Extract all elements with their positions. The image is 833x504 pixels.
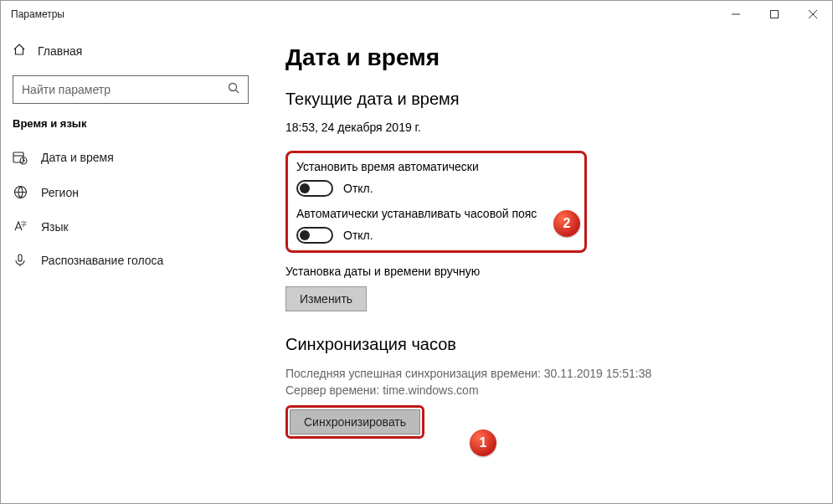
maximize-button[interactable] [755,1,794,28]
change-button[interactable]: Изменить [285,286,367,311]
nav-label: Распознавание голоса [41,254,163,267]
auto-time-toggle[interactable] [296,180,333,197]
close-button[interactable] [794,1,832,28]
nav-item-region[interactable]: Регион [1,175,260,209]
microphone-icon [13,254,28,267]
home-icon [13,43,26,59]
nav-label: Регион [41,186,79,199]
globe-icon [13,185,28,199]
annotation-highlight-sync: Синхронизировать [285,405,424,439]
page-title: Дата и время [285,44,832,71]
search-box[interactable] [13,75,249,104]
search-icon [228,82,239,97]
window-title: Параметры [11,8,64,20]
svg-rect-13 [18,255,22,261]
svg-rect-1 [771,11,779,18]
annotation-badge-2: 2 [553,210,580,237]
minimize-button[interactable] [717,1,755,28]
language-icon: 字 [13,219,28,234]
annotation-badge-1: 1 [470,429,496,456]
auto-tz-state: Откл. [343,229,373,242]
auto-time-label: Установить время автоматически [296,160,576,173]
svg-line-5 [236,90,239,94]
home-link[interactable]: Главная [1,34,260,67]
sync-heading: Синхронизация часов [285,335,832,354]
auto-tz-label: Автоматически устанавливать часовой пояс [296,207,576,220]
current-datetime-value: 18:53, 24 декабря 2019 г. [285,121,832,134]
auto-time-state: Откл. [343,182,373,195]
annotation-highlight-box: Установить время автоматически Откл. Авт… [285,151,587,253]
nav-label: Язык [41,220,69,234]
home-label: Главная [38,44,82,58]
sync-server: Сервер времени: time.windows.com [285,383,479,397]
titlebar: Параметры [1,1,832,28]
calendar-clock-icon [13,150,28,165]
nav-item-datetime[interactable]: Дата и время [1,140,260,175]
nav-item-speech[interactable]: Распознавание голоса [1,244,260,277]
nav-label: Дата и время [41,151,114,164]
sync-info: Последняя успешная синхронизация времени… [285,366,832,399]
manual-datetime-label: Установка даты и времени вручную [285,265,832,278]
category-label: Время и язык [1,117,260,140]
nav-item-language[interactable]: 字 Язык [1,209,260,244]
content-area: Дата и время Текущие дата и время 18:53,… [260,28,832,503]
auto-tz-toggle[interactable] [296,227,333,244]
window-controls [717,1,832,28]
sync-button[interactable]: Синхронизировать [290,409,420,435]
sync-last-success: Последняя успешная синхронизация времени… [285,367,651,380]
svg-text:字: 字 [21,221,27,227]
svg-point-4 [229,84,237,91]
current-datetime-heading: Текущие дата и время [285,90,832,109]
search-input[interactable] [22,83,228,96]
sidebar: Главная Время и язык Дата и время Ре [1,28,260,503]
